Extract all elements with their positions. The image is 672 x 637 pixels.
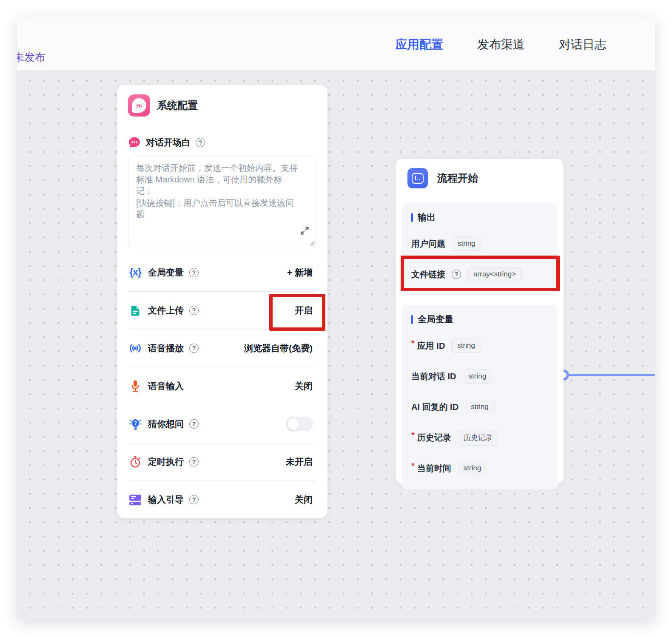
chat-bubble-icon — [128, 136, 141, 149]
suggested-questions-toggle[interactable] — [286, 417, 313, 431]
connection-edge — [567, 374, 655, 376]
section-title: 输出 — [418, 211, 436, 223]
input-guide-state[interactable]: 关闭 — [295, 494, 313, 506]
svg-text:?: ? — [134, 420, 137, 426]
row-voice-input: 语音输入 关闭 — [128, 367, 316, 405]
var-row-current-time: 当前时间 string — [411, 453, 548, 483]
row-label: 定时执行 — [148, 456, 184, 468]
row-label: 语音播放 — [148, 342, 184, 354]
row-global-variables: 全局变量 + 新增 — [128, 253, 316, 291]
tab-chat-logs[interactable]: 对话日志 — [559, 37, 607, 53]
opener-textarea[interactable] — [128, 156, 316, 248]
var-label: 当前对话 ID — [411, 371, 456, 382]
add-variable-button[interactable]: + 新增 — [287, 267, 313, 279]
output-row-user-question: 用户问题 string — [411, 228, 548, 259]
hi-chat-app-icon — [128, 94, 150, 117]
var-label: 历史记录 — [417, 432, 451, 444]
help-icon[interactable] — [189, 344, 199, 353]
var-row-app-id: 应用 ID string — [411, 330, 548, 361]
lightbulb-question-icon: ? — [128, 417, 142, 431]
help-icon[interactable] — [189, 268, 199, 277]
type-badge: string — [452, 236, 481, 251]
flow-start-header: 流程开始 — [407, 168, 557, 188]
tab-app-config[interactable]: 应用配置 — [396, 37, 443, 53]
timer-icon — [128, 455, 142, 468]
row-scheduled-execution: 定时执行 未开启 — [128, 443, 316, 481]
required-asterisk — [411, 461, 415, 471]
section-accent-bar — [411, 213, 413, 222]
var-label: 当前时间 — [417, 463, 451, 474]
required-asterisk — [411, 430, 415, 440]
braces-variable-icon — [128, 267, 142, 278]
hi-bubble-icon — [132, 98, 146, 113]
output-label: 文件链接 — [411, 269, 445, 280]
system-config-card: 系统配置 对话开场白 — [117, 85, 327, 518]
voice-input-state[interactable]: 关闭 — [295, 380, 313, 392]
section-title: 全局变量 — [418, 313, 453, 325]
row-suggested-questions: ? 猜你想问 — [128, 405, 316, 443]
topbar: 未发布 应用配置 发布渠道 对话日志 — [17, 17, 655, 70]
row-label: 语音输入 — [148, 380, 184, 392]
opener-input-wrapper — [128, 156, 316, 248]
input-guide-icon — [128, 494, 142, 506]
row-label: 输入引导 — [148, 494, 184, 506]
row-file-upload: 文件上传 开启 — [128, 291, 316, 329]
resize-handle-icon[interactable] — [310, 241, 315, 246]
app-window: 未发布 应用配置 发布渠道 对话日志 系统配置 对话开场白 — [17, 17, 655, 620]
card-title: 系统配置 — [157, 99, 198, 112]
node-title: 流程开始 — [437, 171, 478, 185]
type-badge: string — [451, 338, 481, 353]
row-voice-playback: 语音播放 浏览器自带(免费) — [128, 329, 316, 367]
var-label: 应用 ID — [417, 340, 445, 352]
row-label: 文件上传 — [148, 304, 184, 316]
type-badge: 历史记录 — [458, 430, 498, 446]
expand-icon[interactable] — [300, 226, 310, 236]
row-label: 全局变量 — [148, 267, 184, 279]
top-tabs: 应用配置 发布渠道 对话日志 — [396, 37, 607, 53]
output-label: 用户问题 — [411, 238, 445, 250]
type-badge: array<string> — [467, 267, 522, 282]
var-label: AI 回复的 ID — [411, 401, 458, 413]
help-icon[interactable] — [452, 270, 461, 279]
type-badge: string — [458, 461, 487, 475]
output-section: 输出 用户问题 string 文件链接 array<string> — [402, 203, 557, 296]
global-variables-header: 全局变量 — [411, 313, 548, 325]
output-section-header: 输出 — [411, 211, 548, 223]
type-badge: string — [463, 369, 493, 384]
conversation-opener-row: 对话开场白 — [128, 136, 316, 149]
var-row-ai-reply-id: AI 回复的 ID string — [411, 392, 548, 422]
help-icon[interactable] — [189, 457, 199, 466]
opener-label: 对话开场白 — [146, 136, 191, 148]
help-icon[interactable] — [189, 306, 199, 315]
flow-input-icon — [407, 168, 428, 188]
row-input-guide: 输入引导 关闭 — [128, 481, 316, 518]
microphone-icon — [128, 380, 142, 392]
voice-playback-state[interactable]: 浏览器自带(免费) — [244, 342, 313, 354]
settings-rows: 全局变量 + 新增 文件上传 开启 — [128, 253, 316, 518]
help-icon[interactable] — [189, 495, 199, 504]
var-row-current-chat-id: 当前对话 ID string — [411, 361, 548, 392]
voice-broadcast-icon — [128, 342, 142, 354]
global-variables-section: 全局变量 应用 ID string 当前对话 ID string AI 回复的 … — [402, 305, 557, 489]
row-label: 猜你想问 — [148, 418, 184, 430]
help-icon[interactable] — [189, 419, 199, 429]
publish-status-badge: 未发布 — [17, 50, 46, 64]
help-icon[interactable] — [196, 138, 205, 147]
output-row-file-links: 文件链接 array<string> — [411, 259, 548, 290]
file-upload-state[interactable]: 开启 — [295, 304, 313, 316]
var-row-history: 历史记录 历史记录 — [411, 422, 548, 453]
system-config-header: 系统配置 — [128, 94, 316, 117]
file-upload-icon — [128, 304, 142, 317]
tab-publish-channels[interactable]: 发布渠道 — [477, 37, 525, 53]
required-asterisk — [411, 338, 415, 348]
toggle-knob — [288, 418, 299, 430]
type-badge: string — [465, 400, 495, 414]
section-accent-bar — [411, 315, 413, 324]
flow-start-node: 流程开始 输出 用户问题 string 文件链接 array<string> 全… — [396, 159, 564, 484]
scheduled-execution-state[interactable]: 未开启 — [286, 456, 313, 468]
